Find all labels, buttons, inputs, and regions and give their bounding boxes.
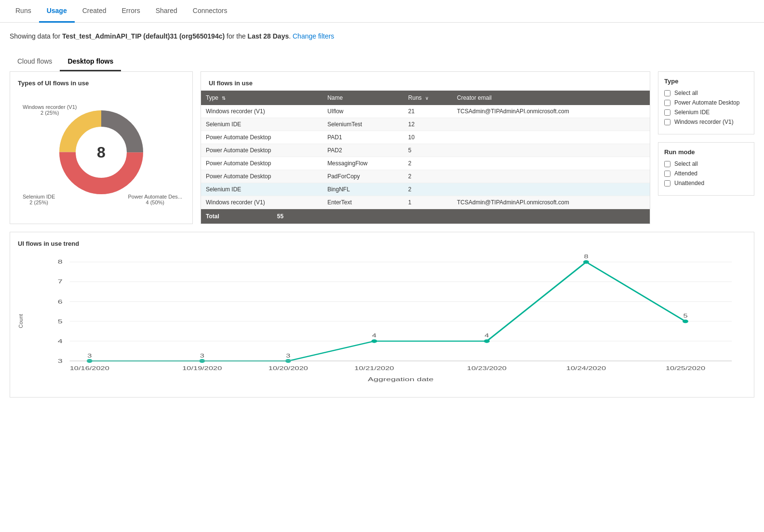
cell-runs: 2 — [403, 183, 452, 196]
run-mode-filter-option-0[interactable]: Select all — [664, 160, 748, 167]
type-filter-box: Type Select allPower Automate DesktopSel… — [658, 71, 754, 134]
svg-text:10/20/2020: 10/20/2020 — [268, 366, 308, 371]
legend-windows: Windows recorder (V1) 2 (25%) — [23, 104, 77, 116]
y-axis-label: Count — [18, 253, 24, 389]
table-row: Power Automate Desktop PadForCopy 2 — [201, 170, 650, 183]
svg-text:7: 7 — [58, 279, 63, 285]
cell-name: SeleniumTest — [322, 118, 403, 131]
svg-text:10/16/2020: 10/16/2020 — [70, 366, 110, 371]
svg-text:3: 3 — [200, 353, 205, 359]
run-mode-filter-title: Run mode — [664, 148, 748, 156]
cell-type: Power Automate Desktop — [201, 144, 322, 157]
footer-value: 55 — [277, 213, 283, 220]
col-type[interactable]: Type ⇅ — [201, 91, 322, 105]
run-mode-filter-option-2[interactable]: Unattended — [664, 180, 748, 186]
donut-panel: Types of UI flows in use Windows recorde… — [10, 71, 193, 224]
data-point-4 — [371, 339, 377, 343]
type-option-label-3: Windows recorder (V1) — [674, 119, 734, 125]
svg-text:8: 8 — [58, 259, 63, 265]
legend-windows-value: 2 (25%) — [23, 110, 77, 116]
svg-text:10/25/2020: 10/25/2020 — [666, 366, 706, 371]
svg-text:4: 4 — [484, 333, 489, 338]
header-org: Test_test_AdminAPI_TIP (default)31 (org5… — [62, 32, 225, 40]
trend-panel: UI flows in use trend Count — [10, 232, 754, 398]
legend-selenium: Selenium IDE 2 (25%) — [23, 194, 55, 205]
run-mode-filter-box: Run mode Select allAttendedUnattended — [658, 142, 754, 196]
table-body: Windows recorder (V1) UIflow 21 TCSAdmin… — [201, 105, 650, 209]
cell-runs: 21 — [403, 105, 452, 118]
tab-created[interactable]: Created — [75, 0, 114, 23]
cell-email — [452, 144, 650, 157]
svg-text:5: 5 — [58, 318, 63, 324]
svg-text:4: 4 — [58, 338, 63, 344]
type-filter-option-3[interactable]: Windows recorder (V1) — [664, 119, 748, 125]
cell-email — [452, 118, 650, 131]
table-row: Selenium IDE SeleniumTest 12 — [201, 118, 650, 131]
donut-container: Windows recorder (V1) 2 (25%) Selenium I… — [18, 94, 185, 210]
type-filter-option-1[interactable]: Power Automate Desktop — [664, 99, 748, 106]
header-prefix: Showing data for — [10, 32, 62, 40]
header-period: Last 28 Days — [248, 32, 289, 40]
cell-name: EnterText — [322, 196, 403, 209]
run-mode-filter-option-1[interactable]: Attended — [664, 170, 748, 177]
tab-connectors[interactable]: Connectors — [185, 0, 235, 23]
legend-selenium-label: Selenium IDE — [23, 194, 55, 200]
table-header-row: Type ⇅ Name Runs ∨ Creator email — [201, 91, 650, 105]
donut-title: Types of UI flows in use — [18, 80, 185, 87]
table-row: Windows recorder (V1) EnterText 1 TCSAdm… — [201, 196, 650, 209]
sort-icon-type: ⇅ — [222, 95, 226, 101]
tab-shared[interactable]: Shared — [148, 0, 185, 23]
change-filters-link[interactable]: Change filters — [293, 32, 334, 40]
tab-errors[interactable]: Errors — [114, 0, 148, 23]
legend-power-label: Power Automate Des... — [128, 194, 183, 200]
run-mode-checkbox-1[interactable] — [664, 171, 670, 177]
svg-text:3: 3 — [87, 353, 92, 359]
svg-text:5: 5 — [683, 313, 688, 319]
ui-flows-table: Type ⇅ Name Runs ∨ Creator email Windows… — [201, 91, 650, 209]
donut-center-value: 8 — [97, 144, 106, 161]
col-name[interactable]: Name — [322, 91, 403, 105]
trend-title: UI flows in use trend — [18, 240, 746, 247]
cell-name: PadForCopy — [322, 170, 403, 183]
col-runs[interactable]: Runs ∨ — [403, 91, 452, 105]
table-row: Power Automate Desktop MessagingFlow 2 — [201, 157, 650, 170]
tab-runs[interactable]: Runs — [8, 0, 39, 23]
tab-usage[interactable]: Usage — [39, 0, 75, 23]
svg-text:3: 3 — [58, 358, 63, 364]
cell-name: MessagingFlow — [322, 157, 403, 170]
type-checkbox-3[interactable] — [664, 119, 670, 125]
tab-desktop-flows[interactable]: Desktop flows — [60, 53, 121, 71]
table-title: UI flows in use — [201, 72, 650, 91]
cell-email — [452, 157, 650, 170]
svg-text:10/19/2020: 10/19/2020 — [182, 366, 222, 371]
run-mode-checkbox-2[interactable] — [664, 180, 670, 186]
content-tabs: Cloud flows Desktop flows — [0, 45, 764, 71]
col-creator[interactable]: Creator email — [452, 91, 650, 105]
run-mode-checkbox-0[interactable] — [664, 161, 670, 167]
cell-type: Power Automate Desktop — [201, 131, 322, 144]
data-point-6 — [583, 260, 589, 264]
cell-email: TCSAdmin@TIPAdminAPI.onmicrosoft.com — [452, 196, 650, 209]
run-mode-option-label-1: Attended — [674, 170, 697, 177]
tab-cloud-flows[interactable]: Cloud flows — [10, 53, 60, 71]
cell-runs: 1 — [403, 196, 452, 209]
main-area: Types of UI flows in use Windows recorde… — [0, 71, 764, 407]
data-point-5 — [484, 339, 490, 343]
cell-type: Windows recorder (V1) — [201, 196, 322, 209]
type-filter-option-2[interactable]: Selenium IDE — [664, 109, 748, 116]
cell-email — [452, 170, 650, 183]
type-checkbox-1[interactable] — [664, 100, 670, 106]
cell-email — [452, 131, 650, 144]
legend-power-value: 4 (50%) — [128, 200, 183, 205]
cell-name: PAD2 — [322, 144, 403, 157]
cell-type: Selenium IDE — [201, 183, 322, 196]
cell-email: TCSAdmin@TIPAdminAPI.onmicrosoft.com — [452, 105, 650, 118]
header-middle: for the — [225, 32, 247, 40]
svg-text:10/21/2020: 10/21/2020 — [354, 366, 394, 371]
type-filter-option-0[interactable]: Select all — [664, 90, 748, 96]
cell-type: Power Automate Desktop — [201, 170, 322, 183]
trend-line — [90, 262, 685, 361]
nav-tabs: Runs Usage Created Errors Shared Connect… — [0, 0, 764, 23]
type-checkbox-0[interactable] — [664, 90, 670, 96]
type-checkbox-2[interactable] — [664, 109, 670, 116]
